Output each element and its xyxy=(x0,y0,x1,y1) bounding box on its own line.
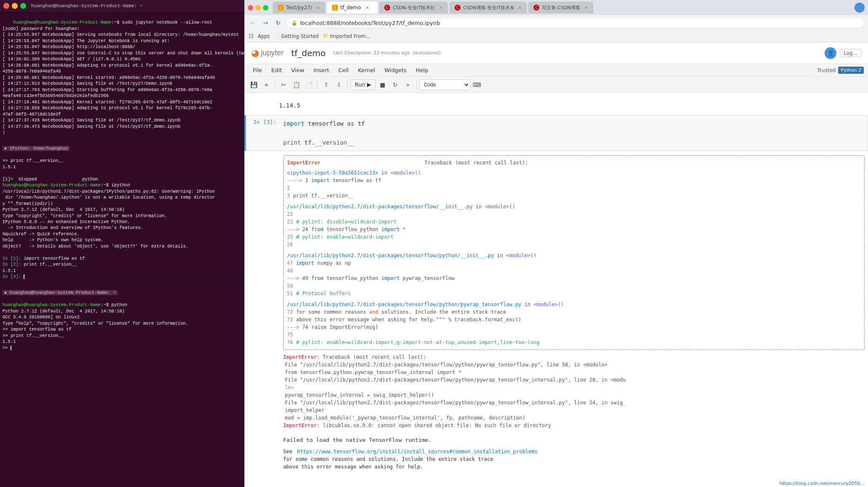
chrome-close-btn[interactable] xyxy=(248,5,253,11)
tab-tf-demo[interactable]: J tf_demo ✕ xyxy=(327,2,378,13)
menu-insert[interactable]: Insert xyxy=(309,65,333,75)
chrome-profile-icon[interactable] xyxy=(855,3,865,13)
cell-error-output: ImportError Traceback (most recent call … xyxy=(244,152,868,474)
interrupt-button[interactable]: ■ xyxy=(377,79,388,90)
cell-code-3[interactable]: import tensorflow as tf print tf.__versi… xyxy=(283,119,864,147)
menu-edit[interactable]: Edit xyxy=(267,65,286,75)
notebook-content: 1.14.5 In [3]: import tensorflow as tf p… xyxy=(244,93,868,478)
tab-csdn-1[interactable]: C CSDN-专业IT技术社区 ✕ xyxy=(379,2,448,13)
paste-button[interactable]: 📄 xyxy=(303,79,315,90)
notebook-name[interactable]: tf_demo xyxy=(291,48,326,58)
menu-help[interactable]: Help xyxy=(412,65,433,75)
toolbar-separator-1 xyxy=(275,80,275,89)
cell-prompt-3: In [3]: xyxy=(246,116,280,128)
terminal-close-btn[interactable] xyxy=(3,3,9,9)
menu-bar: File Edit View Insert Cell Kernel Widget… xyxy=(244,64,868,77)
traceback-block-2: /usr/local/lib/python2.7/dist-packages/t… xyxy=(287,203,861,248)
terminal-minimize-btn[interactable] xyxy=(12,3,18,9)
tab-close-5[interactable]: ✕ xyxy=(584,5,588,11)
bookmark-getting-started-label: Getting Started xyxy=(281,33,319,39)
restart-button[interactable]: ↻ xyxy=(389,79,401,90)
tab-close-4[interactable]: ✕ xyxy=(518,5,522,11)
see-link-line: See https://www.tensorflow.org/install/i… xyxy=(283,448,865,455)
toolbar-separator-4 xyxy=(416,80,417,89)
tab-label-3: CSDN-专业IT技术社区 xyxy=(393,5,435,11)
forward-button[interactable]: → xyxy=(260,18,271,28)
bookmark-imported[interactable]: 📁 Imported From... xyxy=(323,33,370,39)
chrome-maximize-btn[interactable] xyxy=(263,5,268,11)
code-line-1: import tensorflow as tf xyxy=(283,119,864,128)
toolbar-separator-2 xyxy=(317,80,318,89)
url-lock-icon: 🔒 xyxy=(291,20,297,26)
jupyter-wordmark: jupyter xyxy=(261,48,284,57)
tab-csdn-2[interactable]: C CSDN博客-专业IT技术发... ✕ xyxy=(450,2,527,13)
copy-button[interactable]: 📋 xyxy=(290,79,302,90)
terminal-title: huanghao@huanghao-System-Product-Name: ~ xyxy=(31,3,142,8)
for-common-line: for some common reasons and solutions. I… xyxy=(283,455,865,463)
move-up-button[interactable]: ⇧ xyxy=(320,79,332,90)
cell-body-3[interactable]: import tensorflow as tf print tf.__versi… xyxy=(280,116,868,150)
final-traceback: ImportError: Traceback (most recent call… xyxy=(283,353,865,429)
error-traceback-box: ImportError Traceback (most recent call … xyxy=(283,155,865,350)
tab-favicon-3: C xyxy=(384,5,390,11)
traceback-block-4: /usr/local/lib/python2.7/dist-packages/t… xyxy=(287,301,861,346)
browser-panel: J Test/py27/ ✕ J tf_demo ✕ C CSDN-专业IT技术… xyxy=(244,0,868,487)
menu-file[interactable]: File xyxy=(249,65,266,75)
terminal-panel: huanghao@huanghao-System-Product-Name: ~… xyxy=(0,0,244,487)
traceback-block-1: <ipython-input-3-59a5651cac13> in <modul… xyxy=(287,169,861,199)
save-button[interactable]: 💾 xyxy=(248,79,260,90)
code-line-2 xyxy=(283,128,864,137)
cell-indicator-error xyxy=(244,153,278,154)
status-bar: https://blog.csdn.net/mercury2050... xyxy=(776,480,868,487)
notebook-area: ◕ jupyter tf_demo Last Checkpoint: 23 mi… xyxy=(244,42,868,487)
trusted-label: Trusted xyxy=(817,67,836,73)
failed-message: Failed to load the native TensorFlow run… xyxy=(283,436,865,444)
run-button[interactable]: Run ▶ xyxy=(350,79,376,90)
statusbar-url: https://blog.csdn.net/mercury2050... xyxy=(780,481,865,486)
cell-input-3[interactable]: In [3]: import tensorflow as tf print tf… xyxy=(244,115,868,151)
jupyter-logo: ◕ jupyter xyxy=(251,48,284,58)
run-icon: ▶ xyxy=(367,81,371,88)
logout-button[interactable]: Log... xyxy=(840,49,861,57)
tab-close-2[interactable]: ✕ xyxy=(365,5,369,11)
tab-favicon-1: J xyxy=(278,5,284,11)
chrome-minimize-btn[interactable] xyxy=(255,5,261,11)
checkpoint-info: Last Checkpoint: 23 minutes ago (autosav… xyxy=(333,50,441,56)
refresh-button[interactable]: ↻ xyxy=(273,18,283,28)
trusted-badge: Trusted xyxy=(817,67,836,73)
tab-test-py27[interactable]: J Test/py27/ ✕ xyxy=(273,2,325,13)
address-bar[interactable]: 🔒 localhost:8888/notebooks/Test/py27/tf_… xyxy=(286,17,865,28)
bookmark-apps[interactable]: Apps xyxy=(258,33,270,39)
add-cell-button[interactable]: + xyxy=(260,79,272,90)
apps-icon: ☷ xyxy=(249,33,254,39)
install-sources-link[interactable]: https://www.tensorflow.org/install/insta… xyxy=(297,449,538,455)
tab-close-1[interactable]: ✕ xyxy=(316,5,320,11)
move-down-button[interactable]: ⇩ xyxy=(333,79,345,90)
cut-button[interactable]: ✄ xyxy=(278,79,289,90)
back-button[interactable]: ← xyxy=(248,18,258,28)
keyboard-shortcut-button[interactable]: ⌨ xyxy=(471,79,483,90)
menu-view[interactable]: View xyxy=(287,65,308,75)
chrome-nav-bar: ← → ↻ 🔒 localhost:8888/notebooks/Test/py… xyxy=(244,15,868,30)
run-label: Run xyxy=(355,81,365,88)
terminal-maximize-btn[interactable] xyxy=(20,3,26,9)
tab-favicon-2: J xyxy=(332,5,338,11)
tab-csdn-3[interactable]: C 写文章-CSDN博客 ✕ xyxy=(528,2,593,13)
cell-indicator-output xyxy=(244,98,274,100)
cell-body-error: ImportError Traceback (most recent call … xyxy=(280,153,868,473)
profile-area: 👤 Log... xyxy=(825,47,861,59)
chrome-traffic-lights xyxy=(248,5,268,11)
tab-label-1: Test/py27/ xyxy=(286,5,312,11)
cell-body-output: 1.14.5 xyxy=(276,98,868,113)
restart-run-button[interactable]: » xyxy=(402,79,414,90)
menu-widgets[interactable]: Widgets xyxy=(380,65,411,75)
bookmark-getting-started[interactable]: 📄 Getting Started xyxy=(274,33,319,39)
jupyter-header: ◕ jupyter tf_demo Last Checkpoint: 23 mi… xyxy=(244,42,868,64)
tab-close-3[interactable]: ✕ xyxy=(439,5,443,11)
menu-kernel[interactable]: Kernel xyxy=(354,65,379,75)
above-error-line: above this error message when asking for… xyxy=(283,463,865,471)
menu-cell[interactable]: Cell xyxy=(334,65,353,75)
tab-label-2: tf_demo xyxy=(340,5,361,11)
cell-type-select[interactable]: Code Markdown Raw NBConvert Heading xyxy=(419,79,470,90)
code-line-3: print tf.__version__ xyxy=(283,138,864,147)
